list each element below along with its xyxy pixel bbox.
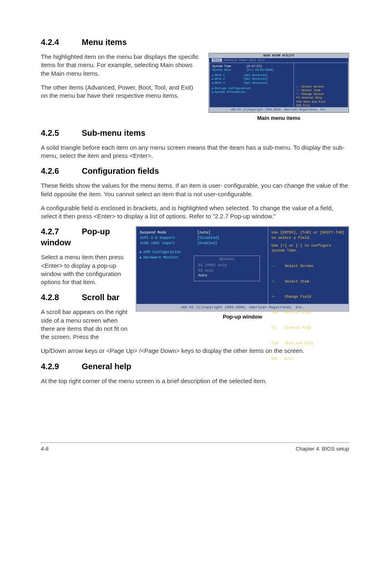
bios1-nav4: F1 General Help: [296, 96, 345, 100]
bios1-topbar: BIOS SETUP UTILITY: [209, 54, 348, 58]
page-footer: 4-8 Chapter 4: BIOS setup: [41, 442, 349, 453]
popup-opt1: S1 (POS) only: [198, 263, 256, 268]
bios2-nav7: ESC Exit: [271, 357, 345, 362]
bios1-nav6: ESC Exit: [296, 104, 345, 108]
bios2-acpi-val: [Disabled]: [197, 236, 219, 240]
bios-popup-screenshot: Suspend Mode [Auto] ACPI 2.0 Support [Di…: [136, 226, 349, 312]
bios1-nav1: ←→ Select Screen: [296, 85, 345, 89]
bios1-nav2: ↑↓ Select Item: [296, 89, 345, 92]
bios1-footer: v02.61 (C)Copyright 1985-2010, American …: [209, 108, 348, 112]
popup-opt2: S3 only: [198, 268, 256, 274]
bios2-apm: APM Configuration: [140, 250, 264, 255]
bios1-tab-main: Main: [212, 58, 222, 62]
bios1-nav5: F10 Save and Exit: [296, 100, 345, 104]
chapter-label: Chapter 4: BIOS setup: [296, 445, 349, 453]
para-424-1: The highlighted item on the menu bar dis…: [41, 53, 200, 78]
heading-title: Sub-menu items: [82, 128, 146, 137]
bios2-help2: Use [+] or [-] to configure system Time.: [271, 243, 345, 254]
heading-title: Scroll bar: [82, 293, 119, 302]
para-425-1: A solid triangle before each item on any…: [41, 144, 349, 160]
bios2-nav3: +- Change Field: [271, 294, 345, 300]
bios1-sata2: SATA 2 [Not Detected]: [212, 77, 291, 81]
heading-title: Configuration fields: [82, 166, 159, 175]
bios1-systime: System Time [5:27:37]: [212, 65, 291, 68]
bios1-sata1: SATA 1 [Not Detected]: [212, 74, 291, 77]
page-number: 4-8: [41, 445, 49, 453]
heading-num: 4.2.4: [41, 37, 82, 48]
bios2-help1: Use [ENTER], [TAB] or [SHIFT-TAB] to sel…: [271, 230, 345, 240]
bios1-nav3: +- Change Option: [296, 92, 345, 96]
bios2-suspend-val: [Auto]: [197, 231, 210, 235]
bios2-nav1: ←→ Select Screen: [271, 264, 345, 269]
heading-num: 4.2.6: [41, 166, 82, 177]
bios2-suspend-label: Suspend Mode: [140, 231, 166, 235]
bios1-caption: Main menu items: [208, 114, 349, 122]
para-424-2: The other items (Advanced, Power, Boot, …: [41, 83, 200, 100]
heading-num: 4.2.8: [41, 292, 82, 303]
heading-title: General help: [82, 362, 131, 371]
popup-title: Options: [198, 257, 256, 262]
para-428-2: Up/Down arrow keys or <Page Up> /<Page D…: [41, 347, 349, 355]
popup-opt3: Auto: [198, 273, 256, 278]
para-427-1: Select a menu item then press <Enter> to…: [41, 253, 128, 286]
heading-num: 4.2.9: [41, 361, 82, 372]
heading-num: 4.2.7: [41, 226, 82, 237]
bios2-nav6: F10 Save and Exit: [271, 341, 345, 346]
bios1-sysdate: System Date [Fri 03/19/2010]: [212, 68, 291, 72]
heading-num: 4.2.5: [41, 128, 82, 139]
para-426-2: A configurable field is enclosed in brac…: [41, 204, 349, 221]
bios-main-screenshot: BIOS SETUP UTILITY Main Advanced Power B…: [208, 53, 349, 113]
bios2-nav2: ↑↓ Select Item: [271, 279, 345, 285]
bios2-nav5: F1 General Help: [271, 325, 345, 331]
bios1-tabs-rest: Advanced Power Boot Exit: [222, 58, 265, 62]
bios1-menubar: Main Advanced Power Boot Exit: [209, 58, 348, 63]
bios2-acou-val: [Enabled]: [197, 241, 217, 245]
heading-427: 4.2.7Pop-up window: [41, 226, 128, 248]
bios2-acou-label: ACOU AOUC suport: [140, 241, 175, 245]
bios2-popup: Options S1 (POS) only S3 only Auto: [194, 256, 260, 281]
para-429-1: At the top right corner of the menu scre…: [41, 377, 349, 385]
heading-426: 4.2.6Configuration fields: [41, 166, 349, 177]
bios1-storage: Storage Configuration: [212, 87, 291, 90]
para-426-1: These fields show the values for the men…: [41, 182, 349, 198]
bios1-sysinfo: System Information: [212, 90, 291, 94]
para-428-1: A scroll bar appears on the right side o…: [41, 308, 128, 341]
bios2-acpi-label: ACPI 2.0 Support: [140, 236, 175, 240]
heading-428: 4.2.8Scroll bar: [41, 292, 128, 303]
bios1-sata3: SATA 3 [Not Detected]: [212, 81, 291, 85]
heading-title: Menu items: [82, 38, 127, 47]
page-content: 4.2.4Menu items The highlighted item on …: [0, 0, 390, 469]
heading-424: 4.2.4Menu items: [41, 37, 349, 48]
heading-425: 4.2.5Sub-menu items: [41, 128, 349, 139]
bios2-nav4: Tab Select Field: [271, 310, 345, 315]
